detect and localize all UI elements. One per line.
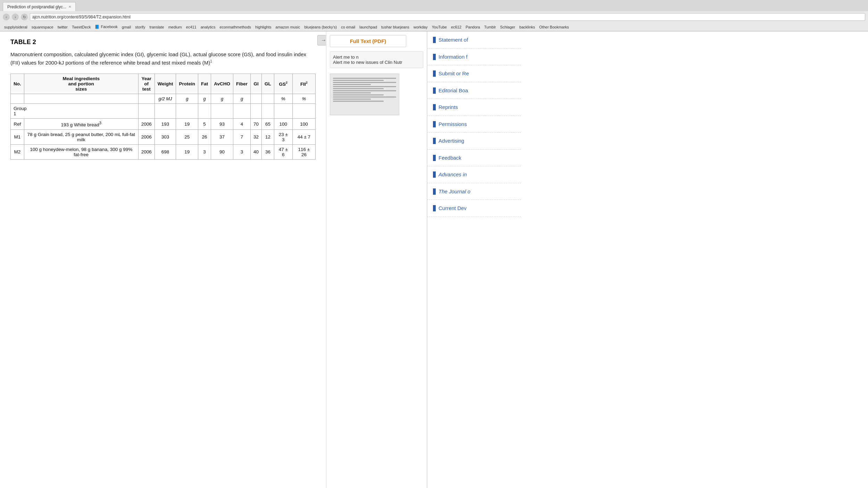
sidebar-item-journal[interactable]: The Journal o: [427, 183, 521, 200]
bookmark-bluejeans[interactable]: bluejeans (becky's): [303, 25, 338, 30]
tab-bar: Prediction of postprandial glyc... ✕: [0, 0, 868, 11]
table-title: TABLE 2: [10, 39, 316, 46]
table-row-m1: M1 78 g Grain bread, 25 g peanut butter,…: [11, 129, 316, 144]
bookmark-other[interactable]: Other Bookmarks: [538, 25, 570, 30]
back-button[interactable]: ‹: [3, 14, 10, 20]
pdf-thumbnail: [330, 74, 399, 115]
col-header-avcho: AvCHO: [211, 74, 233, 94]
bookmark-ec411[interactable]: ec411: [185, 25, 198, 30]
right-panels: Full Text (PDF) Alert me to nAlert me to…: [326, 32, 521, 488]
address-bar-row: ‹ › ↻ ajcn.nutrition.org/content/93/5/98…: [0, 11, 868, 23]
cell-m2-no: M2: [11, 144, 24, 159]
forward-button[interactable]: ›: [12, 14, 19, 20]
bookmark-amazonmusic[interactable]: amazon music: [274, 25, 302, 30]
tab-close-button[interactable]: ✕: [68, 5, 71, 9]
cell-ref-gl: 65: [262, 119, 274, 130]
cell-m2-meal: 100 g honeydew-melon, 98 g banana, 300 g…: [24, 144, 138, 159]
sidebar-item-reprints[interactable]: Reprints: [427, 99, 521, 116]
address-bar[interactable]: ajcn.nutrition.org/content/93/5/984/T2.e…: [30, 13, 865, 21]
bookmark-ec612[interactable]: ec612: [450, 25, 463, 30]
sidebar-bullet-information: [433, 54, 436, 60]
sidebar-item-feedback[interactable]: Feedback: [427, 150, 521, 167]
cell-ref-fat: 5: [198, 119, 211, 130]
bookmark-twitter[interactable]: twitter: [56, 25, 69, 30]
bookmark-youtube[interactable]: YouTube: [431, 25, 448, 30]
cell-ref-fii: 100: [292, 119, 315, 130]
bookmark-econmath[interactable]: econmathmethods: [218, 25, 253, 30]
unit-fat: g: [198, 94, 211, 104]
bookmark-medium[interactable]: medium: [167, 25, 183, 30]
cell-m1-year: 2006: [138, 129, 155, 144]
browser-tab[interactable]: Prediction of postprandial glyc... ✕: [3, 2, 76, 11]
bookmark-coemail[interactable]: co email: [340, 25, 357, 30]
bookmark-workday[interactable]: workday: [412, 25, 429, 30]
thumb-line-10: [333, 96, 396, 98]
bookmark-storify[interactable]: storify: [134, 25, 147, 30]
bookmark-gmail[interactable]: gmail: [120, 25, 132, 30]
full-text-pdf-button[interactable]: Full Text (PDF): [330, 35, 406, 47]
sidebar-label-submit: Submit or Re: [439, 70, 469, 77]
reload-button[interactable]: ↻: [21, 14, 28, 20]
sidebar-label-reprints: Reprints: [439, 104, 458, 111]
sidebar-item-advances[interactable]: Advances in: [427, 166, 521, 183]
sidebar-item-editorial[interactable]: Editorial Boa: [427, 82, 521, 99]
unit-avcho: g: [211, 94, 233, 104]
bookmark-pandora[interactable]: Pandora: [464, 25, 482, 30]
main-content: → TABLE 2 Macronutrient composition, cal…: [0, 32, 868, 488]
sidebar-item-submit[interactable]: Submit or Re: [427, 65, 521, 82]
cell-m1-no: M1: [11, 129, 24, 144]
cell-m2-protein: 19: [176, 144, 198, 159]
unit-year: [138, 94, 155, 104]
sidebar-item-statement[interactable]: Statement of: [427, 32, 521, 49]
bookmark-backlinks[interactable]: backlinks: [518, 25, 536, 30]
col-header-gl: GL: [262, 74, 274, 94]
cell-m1-protein: 25: [176, 129, 198, 144]
bookmark-analytics[interactable]: analytics: [199, 25, 217, 30]
sidebar-bullet-permissions: [433, 121, 436, 127]
bookmark-squarespace[interactable]: squarespace: [30, 25, 55, 30]
sidebar-bullet-advertising: [433, 138, 436, 144]
sidebar-item-permissions[interactable]: Permissions: [427, 116, 521, 133]
bookmark-schlager[interactable]: Schlager: [499, 25, 516, 30]
bookmark-tushar[interactable]: tushar bluejeans: [380, 25, 411, 30]
expand-arrow-icon: →: [321, 37, 326, 43]
col-header-meal: Meal ingredientsand portionsizes: [24, 74, 138, 94]
col-header-gs: GS2: [274, 74, 292, 94]
sidebar-item-information[interactable]: Information f: [427, 49, 521, 66]
cell-m2-fiber: 3: [233, 144, 251, 159]
col-header-year: Yearoftest: [138, 74, 155, 94]
sidebar-item-advertising[interactable]: Advertising: [427, 133, 521, 150]
table-row-ref: Ref 193 g White bread3 2006 193 19 5 93 …: [11, 119, 316, 130]
thumb-line-12: [333, 101, 384, 102]
bookmark-facebook[interactable]: 📘 Facebook: [93, 24, 119, 30]
unit-protein: g: [176, 94, 198, 104]
thumb-line-3: [333, 82, 396, 83]
bookmark-tumblr[interactable]: Tumblr: [483, 25, 498, 30]
bookmark-supplyisideral[interactable]: supplyisideral: [3, 25, 29, 30]
thumb-line-7: [333, 90, 396, 91]
col-header-protein: Protein: [176, 74, 198, 94]
thumb-line-9: [333, 94, 384, 95]
sidebar-label-advances: Advances in: [439, 171, 467, 178]
thumb-line-11: [333, 99, 371, 100]
bookmark-translate[interactable]: translate: [148, 25, 165, 30]
unit-weight: g/2 MJ: [155, 94, 176, 104]
sidebar-item-current[interactable]: Current Dev: [427, 200, 521, 217]
bookmark-highlights[interactable]: highlights: [254, 25, 273, 30]
bookmark-tweetdeck[interactable]: TweetDeck: [70, 25, 92, 30]
sidebar-nav: Statement of Information f Submit or Re …: [427, 32, 521, 488]
cell-ref-fiber: 4: [233, 119, 251, 130]
sidebar-bullet-reprints: [433, 104, 436, 110]
unit-fiber: g: [233, 94, 251, 104]
expand-button[interactable]: →: [317, 35, 326, 45]
cell-m2-gs: 47 ± 6: [274, 144, 292, 159]
col-header-fii: FII2: [292, 74, 315, 94]
table-unit-row: g/2 MJ g g g g % %: [11, 94, 316, 104]
col-header-gi: GI: [251, 74, 262, 94]
unit-gi: [251, 94, 262, 104]
bookmark-launchpad[interactable]: launchpad: [358, 25, 378, 30]
cell-m1-fii: 44 ± 7: [292, 129, 315, 144]
sidebar-bullet-feedback: [433, 155, 436, 161]
alert-text-box: Alert me to nAlert me to new issues of C…: [330, 51, 423, 68]
cell-ref-year: 2006: [138, 119, 155, 130]
